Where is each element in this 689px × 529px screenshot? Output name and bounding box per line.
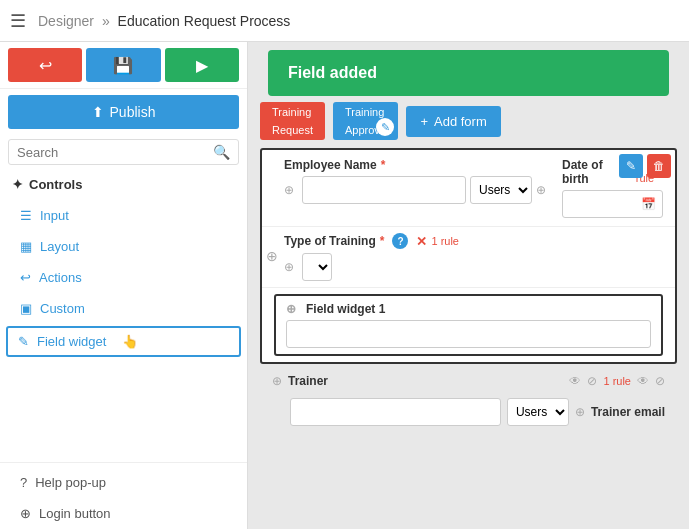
input-icon: ☰ — [20, 208, 32, 223]
form-area: ✎ 🗑 ⊕ Employee Name * ⊕ User — [260, 148, 677, 364]
tab-label: Training — [345, 106, 384, 118]
publish-icon: ⬆ — [92, 104, 104, 120]
controls-header: ✦ Controls — [0, 169, 247, 200]
field-widget-label-row: ⊕ Field widget 1 — [286, 302, 651, 316]
trainer-eye-icon[interactable]: 👁 — [569, 374, 581, 388]
tab-label-2: Request — [272, 124, 313, 136]
form-row-2: Type of Training * ? ✕ 1 rule ⊕ — [262, 227, 675, 288]
menu-icon[interactable]: ☰ — [10, 10, 26, 32]
tab-label: Training — [272, 106, 311, 118]
main-layout: ↩ 💾 ▶ ⬆ Publish 🔍 ✦ Controls ☰ Input ▦ — [0, 42, 689, 529]
employee-name-input[interactable] — [302, 176, 466, 204]
required-indicator: * — [380, 234, 385, 248]
help-icon: ? — [20, 475, 27, 490]
controls-icon: ✦ — [12, 177, 23, 192]
sidebar-item-login[interactable]: ⊕ Login button — [0, 498, 247, 529]
header: ☰ Designer » Education Request Process — [0, 0, 689, 42]
sidebar-item-label: Layout — [40, 239, 79, 254]
save-button[interactable]: 💾 — [86, 48, 160, 82]
field-drag-handle[interactable]: ⊕ — [284, 183, 294, 197]
process-tabs: Training Request Training Approval ✎ + A… — [248, 94, 689, 148]
employee-name-input-row: ⊕ Users ⊕ — [284, 176, 550, 204]
login-icon: ⊕ — [20, 506, 31, 521]
type-input-row: ⊕ — [284, 253, 332, 281]
sidebar-item-layout[interactable]: ▦ Layout — [0, 231, 247, 262]
trainer-cancel-icon[interactable]: ⊘ — [587, 374, 597, 388]
type-drag-handle[interactable]: ⊕ — [284, 260, 294, 274]
calendar-icon: 📅 — [641, 197, 656, 211]
employee-name-label: Employee Name * — [284, 158, 550, 172]
trainer-drag-handle[interactable]: ⊕ — [272, 374, 282, 388]
type-training-select[interactable] — [302, 253, 332, 281]
close-icon[interactable]: ✕ — [416, 234, 427, 249]
trainer-input[interactable] — [290, 398, 501, 426]
trainer-row: ⊕ Trainer 👁 ⊘ 1 rule 👁 ⊘ — [260, 368, 677, 394]
field-widget-icon: ✎ — [18, 334, 29, 349]
trainer-drag-handle-2[interactable]: ⊕ — [575, 405, 585, 419]
content-area: Field added Training Request Training Ap… — [248, 42, 689, 529]
date-input[interactable]: 📅 — [562, 190, 663, 218]
type-training-label: Type of Training * ? ✕ 1 rule — [284, 233, 459, 249]
sidebar-item-input[interactable]: ☰ Input — [0, 200, 247, 231]
sidebar-toolbar: ↩ 💾 ▶ — [0, 42, 247, 89]
employee-name-group: Employee Name * ⊕ Users ⊕ — [284, 158, 550, 204]
publish-button[interactable]: ⬆ Publish — [8, 95, 239, 129]
tab-training-request[interactable]: Training Request — [260, 102, 325, 140]
form-row-1: Employee Name * ⊕ Users ⊕ D — [262, 150, 675, 227]
trainer-rule: 1 rule — [603, 375, 631, 387]
form-toolbar: ✎ 🗑 — [619, 154, 671, 178]
date-input-row: 📅 — [562, 190, 663, 218]
controls-label: Controls — [29, 177, 82, 192]
publish-label: Publish — [110, 104, 156, 120]
help-tooltip-icon[interactable]: ? — [392, 233, 408, 249]
trainer-input-row: Users ⊕ Trainer email — [260, 394, 677, 432]
field-widget-box: ⊕ Field widget 1 — [274, 294, 663, 356]
sidebar-item-field-widget[interactable]: ✎ Field widget 👆 — [6, 326, 241, 357]
search-icon: 🔍 — [213, 144, 230, 160]
sidebar-nav: ☰ Input ▦ Layout ↩ Actions ▣ Custom ✎ Fi… — [0, 200, 247, 462]
required-indicator: * — [381, 158, 386, 172]
tab-edit-icon[interactable]: ✎ — [376, 118, 394, 136]
help-label: Help pop-up — [35, 475, 106, 490]
sidebar-item-actions[interactable]: ↩ Actions — [0, 262, 247, 293]
field-widget-title: Field widget 1 — [306, 302, 385, 316]
cursor-hand-icon: 👆 — [122, 334, 138, 349]
actions-icon: ↩ — [20, 270, 31, 285]
form-edit-button[interactable]: ✎ — [619, 154, 643, 178]
notification-bar: Field added — [268, 50, 669, 96]
breadcrumb: Designer » Education Request Process — [38, 13, 290, 29]
sidebar-item-label: Field widget — [37, 334, 106, 349]
sidebar-item-label: Custom — [40, 301, 85, 316]
search-input[interactable] — [17, 145, 213, 160]
login-label: Login button — [39, 506, 111, 521]
add-form-icon: + — [420, 114, 428, 129]
add-form-button[interactable]: + Add form — [406, 106, 500, 137]
field-widget-input[interactable] — [286, 320, 651, 348]
sidebar-footer: ? Help pop-up ⊕ Login button — [0, 462, 247, 529]
sidebar-item-custom[interactable]: ▣ Custom — [0, 293, 247, 324]
form-delete-button[interactable]: 🗑 — [647, 154, 671, 178]
undo-button[interactable]: ↩ — [8, 48, 82, 82]
employee-name-select[interactable]: Users — [470, 176, 532, 204]
field-drag-handle-2[interactable]: ⊕ — [536, 183, 546, 197]
sidebar: ↩ 💾 ▶ ⬆ Publish 🔍 ✦ Controls ☰ Input ▦ — [0, 42, 248, 529]
trainer-label: Trainer — [288, 374, 563, 388]
trainer-select[interactable]: Users — [507, 398, 569, 426]
type-rule: 1 rule — [431, 235, 459, 247]
trainer-cancel-icon-2[interactable]: ⊘ — [655, 374, 665, 388]
add-form-label: Add form — [434, 114, 487, 129]
notification-text: Field added — [288, 64, 377, 81]
sidebar-item-label: Input — [40, 208, 69, 223]
play-button[interactable]: ▶ — [165, 48, 239, 82]
sidebar-item-help[interactable]: ? Help pop-up — [0, 467, 247, 498]
custom-icon: ▣ — [20, 301, 32, 316]
widget-drag-handle[interactable]: ⊕ — [286, 302, 296, 316]
search-bar: 🔍 — [8, 139, 239, 165]
trainer-email-label: Trainer email — [591, 405, 665, 419]
tab-training-approval[interactable]: Training Approval ✎ — [333, 102, 398, 140]
sidebar-item-label: Actions — [39, 270, 82, 285]
trainer-eye-icon-2[interactable]: 👁 — [637, 374, 649, 388]
layout-icon: ▦ — [20, 239, 32, 254]
